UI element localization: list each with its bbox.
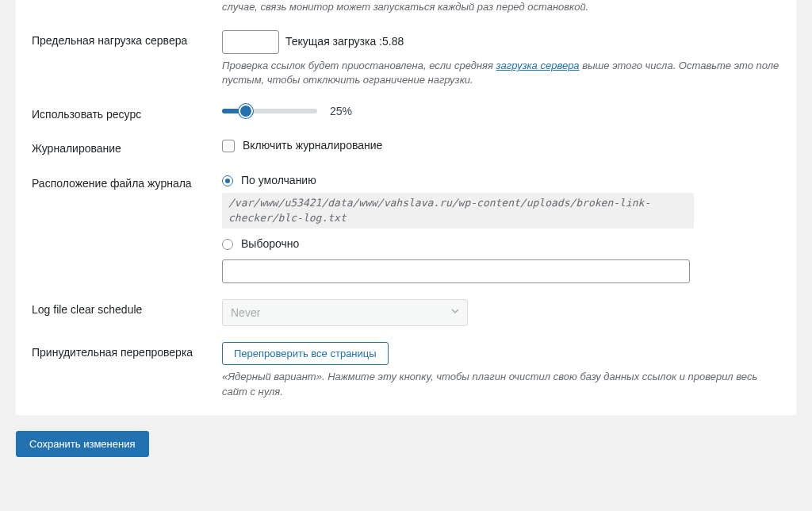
settings-card: случае, связь монитор может запускаться …: [16, 0, 796, 415]
label-log-location: Расположение файла журнала: [32, 173, 222, 284]
label-logging: Журналирование: [32, 138, 222, 157]
resource-percent: 25%: [330, 104, 352, 120]
radio-custom-label: Выборочно: [241, 236, 299, 252]
row-resource: Использовать ресурс 25%: [32, 88, 780, 123]
radio-default[interactable]: [222, 175, 233, 186]
top-description: случае, связь монитор может запускаться …: [222, 0, 780, 14]
server-load-description: Проверка ссылок будет приостановлена, ес…: [222, 59, 780, 87]
slider-thumb[interactable]: [239, 104, 253, 118]
radio-custom[interactable]: [222, 239, 233, 250]
row-recheck: Принудительная перепроверка Перепроверит…: [32, 326, 780, 398]
resource-slider[interactable]: [222, 109, 317, 113]
clear-schedule-select[interactable]: Never: [222, 299, 468, 326]
row-logging: Журналирование Включить журналирование: [32, 122, 780, 157]
log-path: /var/www/u53421/data/www/vahslava.ru/wp-…: [222, 193, 694, 228]
desc-before: Проверка ссылок будет приостановлена, ес…: [222, 60, 496, 71]
row-log-location: Расположение файла журнала По умолчанию …: [32, 157, 780, 284]
label-clear-schedule: Log file clear schedule: [32, 299, 222, 326]
current-load-prefix: Текущая загрузка :: [285, 34, 382, 50]
current-load-value: 5.88: [382, 34, 404, 50]
server-load-input[interactable]: [222, 30, 279, 54]
row-server-load: Предельная нагрузка сервера Текущая загр…: [32, 14, 780, 87]
custom-log-path-input[interactable]: [222, 259, 690, 283]
label-server-load: Предельная нагрузка сервера: [32, 30, 222, 87]
label-resource: Использовать ресурс: [32, 104, 222, 123]
logging-checkbox[interactable]: [222, 140, 235, 152]
radio-default-label: По умолчанию: [241, 173, 316, 189]
server-load-link[interactable]: загрузка сервера: [496, 60, 580, 71]
recheck-description: «Ядерный вариант». Нажмите эту кнопку, ч…: [222, 370, 780, 398]
logging-checkbox-label: Включить журналирование: [243, 138, 382, 154]
save-button[interactable]: Сохранить изменения: [16, 431, 149, 457]
row-clear-schedule: Log file clear schedule Never: [32, 283, 780, 326]
recheck-button[interactable]: Перепроверить все страницы: [222, 342, 389, 365]
label-recheck: Принудительная перепроверка: [32, 342, 222, 398]
clear-schedule-value: Never: [231, 305, 260, 321]
